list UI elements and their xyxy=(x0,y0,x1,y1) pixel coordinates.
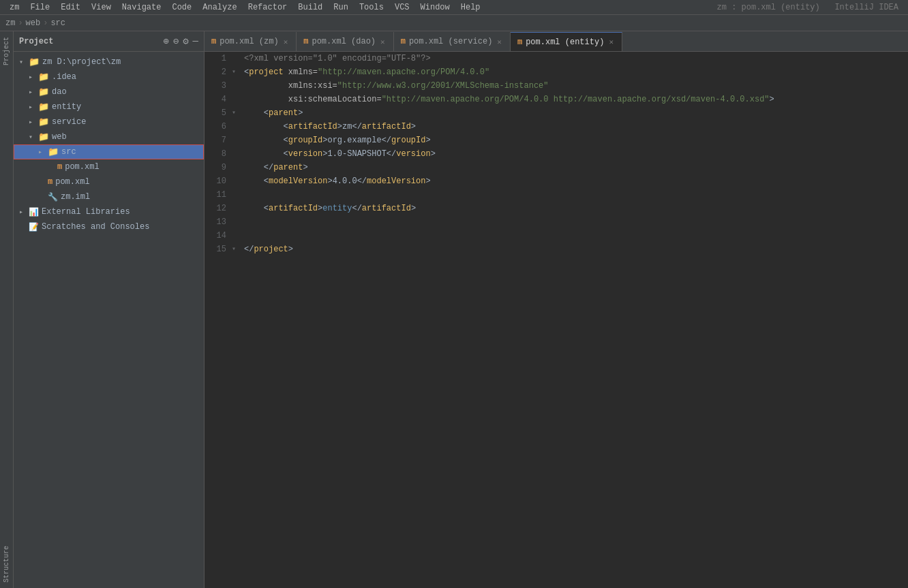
tab-icon-pom-service: m xyxy=(401,37,406,46)
tree-label-src: src xyxy=(61,147,76,157)
code-line-5[interactable]: <parent> xyxy=(244,106,908,120)
arrow-service xyxy=(29,118,35,126)
arrow-entity xyxy=(29,103,35,111)
code-line-14[interactable] xyxy=(244,229,908,243)
code-line-11[interactable] xyxy=(244,188,908,202)
side-labels: Project Structure xyxy=(0,31,14,588)
tree-item-scratches[interactable]: 📝 Scratches and Consoles xyxy=(14,219,204,234)
tree-item-zm-iml[interactable]: 🔧 zm.iml xyxy=(14,189,204,204)
line-numbers: 123456789101112131415 xyxy=(205,52,232,588)
tree-item-external-libs[interactable]: 📊 External Libraries xyxy=(14,204,204,219)
iml-icon: 🔧 xyxy=(48,192,58,202)
tab-close-pom-entity[interactable]: ✕ xyxy=(607,37,615,46)
settings-icon[interactable]: ⚙ xyxy=(183,35,188,47)
tree-label-external-libs: External Libraries xyxy=(42,207,130,217)
tab-close-pom-dao[interactable]: ✕ xyxy=(379,37,387,46)
add-icon[interactable]: ⊕ xyxy=(163,35,168,47)
main-layout: Project Structure Project ⊕ ⊖ ⚙ — 📁 zm D… xyxy=(0,31,908,588)
side-label-project[interactable]: Project xyxy=(1,31,12,71)
m-icon-root-pom: m xyxy=(48,177,52,187)
code-line-12[interactable]: <artifactId>entity</artifactId> xyxy=(244,202,908,215)
code-line-15[interactable]: </project> xyxy=(244,243,908,256)
menu-analyze[interactable]: Analyze xyxy=(198,1,241,14)
side-label-structure[interactable]: Structure xyxy=(1,540,12,588)
menu-build[interactable]: Build xyxy=(294,1,327,14)
code-line-2[interactable]: <project xmlns="http://maven.apache.org/… xyxy=(244,65,908,79)
tree-label-zm-iml: zm.iml xyxy=(61,192,90,202)
tree-item-entity[interactable]: 📁 entity xyxy=(14,99,204,114)
project-tree: 📁 zm D:\project\zm 📁 .idea 📁 dao 📁 entit… xyxy=(14,52,204,588)
lib-icon: 📊 xyxy=(29,207,39,217)
folder-idea-icon: 📁 xyxy=(38,72,49,82)
tree-item-idea[interactable]: 📁 .idea xyxy=(14,69,204,84)
tree-item-dao[interactable]: 📁 dao xyxy=(14,84,204,99)
menu-code[interactable]: Code xyxy=(168,1,196,14)
panel-header: Project ⊕ ⊖ ⚙ — xyxy=(14,31,204,52)
panel-icons: ⊕ ⊖ ⚙ — xyxy=(163,35,198,47)
code-area[interactable]: <?xml version="1.0" encoding="UTF-8"?><p… xyxy=(241,52,908,588)
tree-item-root-pom[interactable]: m pom.xml xyxy=(14,174,204,189)
arrow-web xyxy=(29,133,35,141)
menu-edit[interactable]: Edit xyxy=(57,1,85,14)
m-icon-web-pom: m xyxy=(57,162,62,172)
tab-label-pom-zm: pom.xml (zm) xyxy=(220,37,278,46)
tab-pom-entity[interactable]: m pom.xml (entity) ✕ xyxy=(511,32,622,51)
code-line-4[interactable]: xsi:schemaLocation="http://maven.apache.… xyxy=(244,93,908,106)
tree-label-service: service xyxy=(52,117,86,127)
menu-window[interactable]: Window xyxy=(417,1,454,14)
menu-run[interactable]: Run xyxy=(329,1,352,14)
code-line-10[interactable]: <modelVersion>4.0.0</modelVersion> xyxy=(244,174,908,188)
folder-web-icon: 📁 xyxy=(38,131,49,142)
menu-navigate[interactable]: Navigate xyxy=(118,1,166,14)
project-panel: Project ⊕ ⊖ ⚙ — 📁 zm D:\project\zm 📁 .id… xyxy=(14,31,205,588)
tree-item-web[interactable]: 📁 web xyxy=(14,129,204,144)
menu-file[interactable]: File xyxy=(26,1,54,14)
arrow-dao xyxy=(29,88,35,96)
code-line-8[interactable]: <version>1.0-SNAPSHOT</version> xyxy=(244,147,908,161)
menu-refactor[interactable]: Refactor xyxy=(244,1,292,14)
tab-label-pom-service: pom.xml (service) xyxy=(409,37,492,46)
code-line-6[interactable]: <artifactId>zm</artifactId> xyxy=(244,120,908,134)
breadcrumb-src[interactable]: src xyxy=(50,18,65,28)
folder-src-icon: 📁 xyxy=(48,146,59,157)
tab-pom-service[interactable]: m pom.xml (service) ✕ xyxy=(394,32,511,51)
tab-label-pom-entity: pom.xml (entity) xyxy=(526,37,604,47)
arrow-zm xyxy=(19,58,26,66)
folder-dao-icon: 📁 xyxy=(38,87,49,97)
editor-content: 123456789101112131415 ▾▾▾ <?xml version=… xyxy=(205,52,908,588)
menu-help[interactable]: Help xyxy=(457,1,485,14)
tree-label-zm: zm D:\project\zm xyxy=(42,57,121,67)
editor-area: m pom.xml (zm) ✕ m pom.xml (dao) ✕ m pom… xyxy=(205,31,908,588)
menu-view[interactable]: View xyxy=(87,1,115,14)
breadcrumb-zm[interactable]: zm xyxy=(5,18,15,28)
tab-pom-zm[interactable]: m pom.xml (zm) ✕ xyxy=(205,32,297,51)
code-line-3[interactable]: xmlns:xsi="http://www.w3.org/2001/XMLSch… xyxy=(244,79,908,93)
gutter: ▾▾▾ xyxy=(232,52,241,588)
tab-close-pom-zm[interactable]: ✕ xyxy=(282,37,290,46)
tree-item-web-pom[interactable]: m pom.xml xyxy=(14,159,204,174)
tab-pom-dao[interactable]: m pom.xml (dao) ✕ xyxy=(297,32,393,51)
tree-item-src[interactable]: 📁 src xyxy=(14,144,204,159)
folder-entity-icon: 📁 xyxy=(38,102,49,112)
tree-item-service[interactable]: 📁 service xyxy=(14,114,204,129)
arrow-external-libs xyxy=(19,208,26,216)
tree-label-idea: .idea xyxy=(52,72,76,82)
tabs-bar: m pom.xml (zm) ✕ m pom.xml (dao) ✕ m pom… xyxy=(205,31,908,52)
tree-label-web: web xyxy=(52,132,67,142)
breadcrumb-web[interactable]: web xyxy=(26,18,41,28)
menu-tools[interactable]: Tools xyxy=(355,1,388,14)
tree-item-zm[interactable]: 📁 zm D:\project\zm xyxy=(14,55,204,69)
menu-zm[interactable]: zm xyxy=(5,1,23,14)
code-line-7[interactable]: <groupId>org.example</groupId> xyxy=(244,134,908,147)
subtract-icon[interactable]: ⊖ xyxy=(173,35,179,47)
tree-label-dao: dao xyxy=(52,87,67,97)
menu-vcs[interactable]: VCS xyxy=(391,1,414,14)
code-line-1[interactable]: <?xml version="1.0" encoding="UTF-8"?> xyxy=(244,52,908,65)
minimize-icon[interactable]: — xyxy=(193,35,198,47)
code-line-9[interactable]: </parent> xyxy=(244,161,908,174)
menu-bar: zm File Edit View Navigate Code Analyze … xyxy=(0,0,908,15)
code-line-13[interactable] xyxy=(244,215,908,229)
tab-close-pom-service[interactable]: ✕ xyxy=(496,37,503,46)
scratch-icon: 📝 xyxy=(29,222,39,232)
menu-context: zm : pom.xml (entity) IntelliJ IDEA xyxy=(713,1,903,14)
